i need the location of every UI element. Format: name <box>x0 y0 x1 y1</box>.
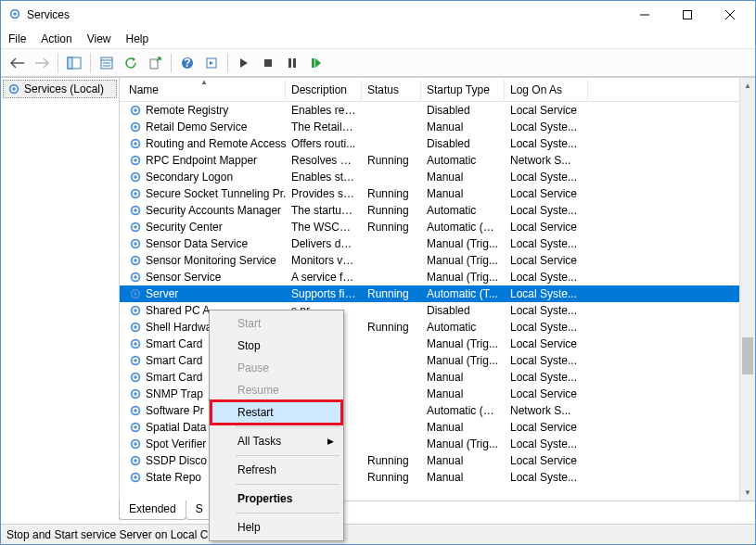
submenu-arrow-icon: ▶ <box>327 437 334 446</box>
ctx-stop[interactable]: Stop <box>211 335 341 357</box>
service-row[interactable]: ServerSupports fil...RunningAutomatic (T… <box>120 285 755 302</box>
service-startup: Automatic <box>421 321 505 334</box>
ctx-refresh[interactable]: Refresh <box>211 459 341 481</box>
service-row[interactable]: Sensor Monitoring ServiceMonitors va...M… <box>120 252 755 269</box>
gear-icon <box>129 254 142 267</box>
col-logon[interactable]: Log On As <box>505 80 588 100</box>
service-startup: Disabled <box>421 104 505 117</box>
svg-point-49 <box>134 325 137 329</box>
svg-point-41 <box>134 259 137 262</box>
svg-rect-19 <box>312 58 314 68</box>
service-row[interactable]: RPC Endpoint MapperResolves RP...Running… <box>120 152 755 169</box>
service-startup: Disabled <box>421 304 505 317</box>
service-logon: Local Syste... <box>505 137 588 150</box>
gear-icon <box>129 171 142 184</box>
ctx-restart[interactable]: Restart <box>211 401 341 424</box>
restart-service-button[interactable] <box>305 52 327 74</box>
help-button[interactable]: ? <box>176 52 199 74</box>
col-status[interactable]: Status <box>362 80 421 100</box>
scroll-down-icon[interactable]: ▼ <box>740 485 755 501</box>
col-description[interactable]: Description <box>286 80 362 100</box>
svg-point-25 <box>134 125 137 129</box>
context-menu: Start Stop Pause Resume Restart All Task… <box>209 310 344 541</box>
service-desc: The WSCSV... <box>286 221 362 234</box>
service-name: Security Accounts Manager <box>146 204 281 217</box>
service-logon: Local Service <box>505 187 588 200</box>
tab-extended[interactable]: Extended <box>119 501 186 520</box>
service-name: RPC Endpoint Mapper <box>146 154 257 167</box>
gear-icon <box>129 471 142 484</box>
service-row[interactable]: Remote RegistryEnables rem...DisabledLoc… <box>120 102 755 119</box>
menu-view[interactable]: View <box>87 32 111 45</box>
ctx-help[interactable]: Help <box>211 516 341 539</box>
service-logon: Local Syste... <box>505 271 588 284</box>
service-row[interactable]: Sensor Data ServiceDelivers dat...Manual… <box>120 235 755 252</box>
service-row[interactable]: Retail Demo ServiceThe Retail D...Manual… <box>120 119 755 135</box>
maximize-button[interactable] <box>666 1 709 29</box>
service-logon: Local Syste... <box>505 321 588 334</box>
export-button[interactable] <box>144 52 166 74</box>
gear-icon <box>129 271 142 284</box>
show-hide-tree-button[interactable] <box>63 52 85 74</box>
service-name: Routing and Remote Access <box>146 137 286 150</box>
ctx-start: Start <box>211 312 341 335</box>
ctx-properties[interactable]: Properties <box>211 488 341 510</box>
col-name[interactable]: ▲Name <box>123 80 286 100</box>
vertical-scrollbar[interactable]: ▲ ▼ <box>739 78 755 501</box>
scroll-thumb[interactable] <box>742 337 753 374</box>
ctx-separator <box>236 426 340 427</box>
gear-icon <box>129 104 142 117</box>
gear-icon <box>129 187 142 200</box>
back-button[interactable] <box>6 52 29 74</box>
service-startup: Manual <box>421 371 505 384</box>
properties-button[interactable] <box>96 52 118 74</box>
svg-text:?: ? <box>184 57 190 70</box>
menu-help[interactable]: Help <box>126 32 149 45</box>
service-status: Running <box>362 471 421 484</box>
sidebar: Services (Local) <box>1 78 120 521</box>
service-name: Sensor Data Service <box>146 237 248 250</box>
col-startup[interactable]: Startup Type <box>421 80 505 100</box>
service-row[interactable]: Routing and Remote AccessOffers routi...… <box>120 135 755 152</box>
ctx-all-tasks[interactable]: All Tasks▶ <box>211 430 341 452</box>
ctx-separator <box>236 455 340 456</box>
svg-point-31 <box>134 175 137 179</box>
menu-file[interactable]: File <box>8 32 26 45</box>
svg-point-65 <box>134 459 137 463</box>
service-logon: Local Syste... <box>505 287 588 300</box>
service-row[interactable]: Security Accounts ManagerThe startup ...… <box>120 202 755 219</box>
service-name: Spot Verifier <box>146 437 206 450</box>
minimize-button[interactable] <box>623 1 666 29</box>
close-button[interactable] <box>709 1 751 29</box>
service-name: Software Pr <box>146 404 204 417</box>
scroll-up-icon[interactable]: ▲ <box>740 78 755 94</box>
svg-point-67 <box>134 475 137 479</box>
gear-icon <box>129 421 142 434</box>
service-desc: Offers routi... <box>286 137 362 150</box>
action-button[interactable] <box>200 52 223 74</box>
start-service-button[interactable] <box>233 52 255 74</box>
service-row[interactable]: Sensor ServiceA service fo...Manual (Tri… <box>120 269 755 285</box>
gear-icon <box>129 354 142 367</box>
svg-point-29 <box>134 158 137 162</box>
stop-service-button[interactable] <box>257 52 279 74</box>
service-desc: Provides su... <box>286 187 362 200</box>
service-status: Running <box>362 221 421 234</box>
service-row[interactable]: Security CenterThe WSCSV...RunningAutoma… <box>120 219 755 235</box>
service-row[interactable]: Secondary LogonEnables star...ManualLoca… <box>120 169 755 185</box>
service-desc: Monitors va... <box>286 254 362 267</box>
ctx-resume: Resume <box>211 379 341 401</box>
refresh-button[interactable] <box>120 52 142 74</box>
forward-button[interactable] <box>31 52 53 74</box>
svg-rect-3 <box>684 11 692 19</box>
service-desc: A service fo... <box>286 271 362 284</box>
service-row[interactable]: Secure Socket Tunneling Pr...Provides su… <box>120 185 755 202</box>
gear-icon <box>129 321 142 334</box>
pause-service-button[interactable] <box>281 52 303 74</box>
sidebar-item-services-local[interactable]: Services (Local) <box>3 80 117 98</box>
service-logon: Local Service <box>505 454 588 467</box>
service-logon: Local Syste... <box>505 371 588 384</box>
svg-point-35 <box>134 209 137 212</box>
menu-action[interactable]: Action <box>41 32 71 45</box>
service-startup: Manual (Trig... <box>421 354 505 367</box>
